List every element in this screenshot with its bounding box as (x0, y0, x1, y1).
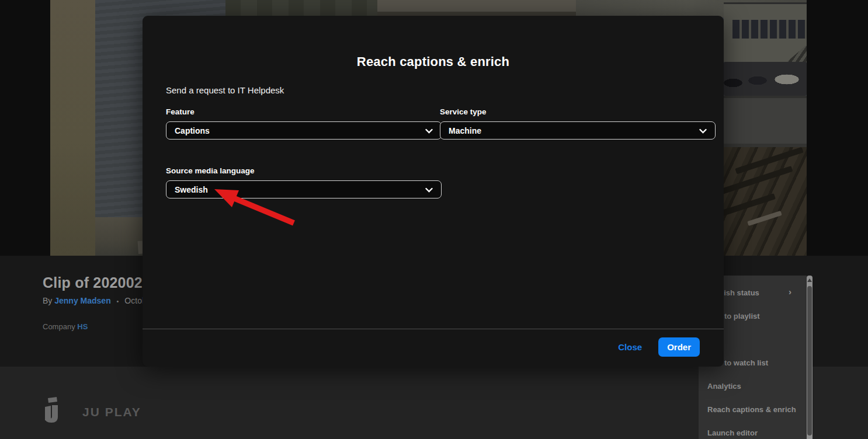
scrollbar-up-icon[interactable] (807, 278, 812, 282)
order-button[interactable]: Order (658, 337, 700, 357)
byline: By Jenny Madsen • Octobe (43, 296, 151, 305)
menu-item-launch-editor[interactable]: Launch editor (707, 428, 801, 437)
footer-divider (143, 329, 724, 329)
bench-shape (735, 147, 803, 175)
author-link[interactable]: Jenny Madsen (54, 296, 110, 305)
video-pillar-shape (50, 0, 95, 256)
byline-separator: • (113, 298, 123, 305)
feature-value: Captions (175, 126, 210, 135)
video-title: Clip of 2020020 (43, 274, 151, 291)
bench-shape (719, 166, 793, 195)
service-type-select[interactable]: Machine (440, 121, 716, 140)
chevron-down-icon (425, 126, 433, 136)
chevron-right-icon: › (789, 287, 856, 296)
close-button[interactable]: Close (616, 339, 644, 356)
video-cars-shape (724, 62, 807, 96)
company-label: Company (43, 322, 75, 331)
scrollbar-thumb[interactable] (807, 286, 812, 435)
company-row: Company HS (43, 322, 88, 331)
menu-scrollbar[interactable] (807, 276, 813, 439)
menu-item-analytics[interactable]: Analytics (707, 382, 801, 391)
video-pier-shape (377, 0, 576, 16)
byline-prefix: By (43, 296, 52, 305)
video-windows-shape (732, 20, 807, 39)
ju-logo-icon (43, 397, 60, 427)
menu-item-reach-captions[interactable]: Reach captions & enrich (707, 405, 801, 414)
source-language-value: Swedish (175, 185, 208, 194)
video-deck-shape (724, 147, 807, 256)
service-type-value: Machine (449, 126, 481, 135)
footer-brand: JU PLAY (43, 397, 141, 427)
modal-subtitle: Send a request to IT Helpdesk (166, 85, 284, 95)
chair-shape (747, 211, 782, 226)
modal-title: Reach captions & enrich (143, 54, 724, 69)
feature-select[interactable]: Captions (166, 121, 442, 140)
source-language-label: Source media language (166, 166, 255, 175)
chevron-down-icon (699, 126, 707, 136)
video-road-shape (724, 96, 807, 147)
brand-name: JU PLAY (82, 405, 141, 419)
service-type-label: Service type (440, 107, 487, 116)
modal-footer: Close Order (616, 337, 700, 357)
feature-label: Feature (166, 107, 195, 116)
chevron-down-icon (425, 184, 433, 195)
source-language-select[interactable]: Swedish (166, 180, 442, 198)
reach-captions-modal: Reach captions & enrich Send a request t… (143, 16, 724, 367)
company-link[interactable]: HS (77, 322, 88, 331)
